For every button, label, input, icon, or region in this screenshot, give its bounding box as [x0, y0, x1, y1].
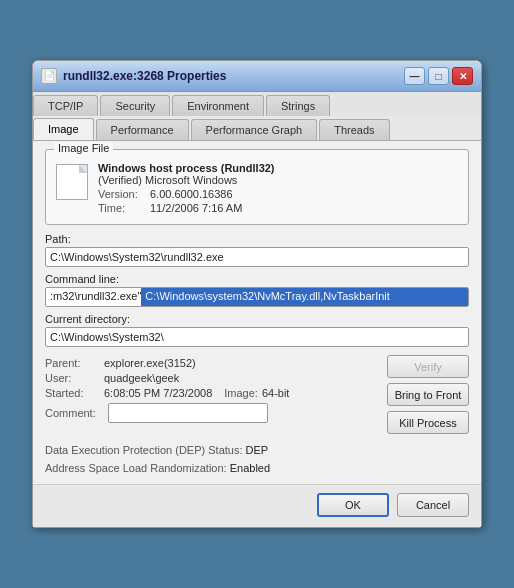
dep-value: DEP: [246, 444, 269, 456]
version-value: 6.00.6000.16386: [150, 188, 233, 200]
comment-row: Comment:: [45, 403, 387, 423]
time-value: 11/2/2006 7:16 AM: [150, 202, 242, 214]
title-bar-left: 📄 rundll32.exe:3268 Properties: [41, 68, 226, 84]
image-value: 64-bit: [262, 387, 290, 399]
verify-button[interactable]: Verify: [387, 355, 469, 378]
image-file-title: Image File: [54, 142, 113, 154]
user-value: quadgeek\geek: [104, 372, 179, 384]
path-input[interactable]: [45, 247, 469, 267]
content-area: Image File Windows host process (Rundll3…: [33, 141, 481, 484]
minimize-button[interactable]: —: [404, 67, 425, 85]
image-file-group: Image File Windows host process (Rundll3…: [45, 149, 469, 225]
aslr-value: Enabled: [230, 462, 270, 474]
command-line-label: Command line:: [45, 273, 469, 285]
main-window: 📄 rundll32.exe:3268 Properties — □ ✕ TCP…: [32, 60, 482, 528]
dep-row: Data Execution Protection (DEP) Status: …: [45, 444, 469, 456]
file-verified: (Verified) Microsoft Windows: [98, 174, 458, 186]
tab-row-1: TCP/IP Security Environment Strings: [33, 92, 481, 117]
current-dir-input[interactable]: [45, 327, 469, 347]
kill-process-button[interactable]: Kill Process: [387, 411, 469, 434]
image-file-row: Windows host process (Rundll32) (Verifie…: [56, 158, 458, 214]
started-value: 6:08:05 PM 7/23/2008: [104, 387, 212, 399]
file-icon: [56, 164, 88, 200]
comment-input[interactable]: [108, 403, 268, 423]
tab-tcpip[interactable]: TCP/IP: [33, 95, 98, 116]
user-row: User: quadgeek\geek: [45, 372, 387, 384]
window-icon: 📄: [41, 68, 57, 84]
tab-image[interactable]: Image: [33, 118, 94, 140]
version-row: Version: 6.00.6000.16386: [98, 188, 458, 200]
tab-row-2: Image Performance Performance Graph Thre…: [33, 116, 481, 141]
cmdline-part2: C:\Windows\system32\NvMcTray.dll,NvTaskb…: [141, 288, 468, 306]
version-label: Version:: [98, 188, 146, 200]
time-label: Time:: [98, 202, 146, 214]
cmdline-part1: :m32\rundll32.exe": [46, 288, 141, 306]
title-buttons: — □ ✕: [404, 67, 473, 85]
current-dir-label: Current directory:: [45, 313, 469, 325]
maximize-button[interactable]: □: [428, 67, 449, 85]
parent-label: Parent:: [45, 357, 100, 369]
aslr-row: Address Space Load Randomization: Enable…: [45, 462, 469, 474]
tab-environment[interactable]: Environment: [172, 95, 264, 116]
tab-performance-graph[interactable]: Performance Graph: [191, 119, 318, 140]
file-name: Windows host process (Rundll32): [98, 162, 458, 174]
title-bar: 📄 rundll32.exe:3268 Properties — □ ✕: [33, 61, 481, 92]
started-row: Started: 6:08:05 PM 7/23/2008 Image: 64-…: [45, 387, 387, 399]
bottom-buttons: OK Cancel: [33, 484, 481, 527]
tab-security[interactable]: Security: [100, 95, 170, 116]
ok-button[interactable]: OK: [317, 493, 389, 517]
file-info: Windows host process (Rundll32) (Verifie…: [98, 162, 458, 214]
path-label: Path:: [45, 233, 469, 245]
parent-row: Parent: explorer.exe(3152): [45, 357, 387, 369]
dep-label: Data Execution Protection (DEP) Status:: [45, 444, 242, 456]
tab-performance[interactable]: Performance: [96, 119, 189, 140]
cancel-button[interactable]: Cancel: [397, 493, 469, 517]
time-row: Time: 11/2/2006 7:16 AM: [98, 202, 458, 214]
started-label: Started:: [45, 387, 100, 399]
dep-section: Data Execution Protection (DEP) Status: …: [45, 444, 469, 474]
user-label: User:: [45, 372, 100, 384]
window-title: rundll32.exe:3268 Properties: [63, 69, 226, 83]
image-label: Image:: [224, 387, 258, 399]
command-line-wrapper[interactable]: :m32\rundll32.exe" C:\Windows\system32\N…: [45, 287, 469, 307]
action-buttons: Verify Bring to Front Kill Process: [387, 355, 469, 434]
comment-label: Comment:: [45, 407, 100, 419]
aslr-label: Address Space Load Randomization:: [45, 462, 227, 474]
close-button[interactable]: ✕: [452, 67, 473, 85]
bring-to-front-button[interactable]: Bring to Front: [387, 383, 469, 406]
tab-threads[interactable]: Threads: [319, 119, 389, 140]
tab-strings[interactable]: Strings: [266, 95, 330, 116]
parent-value: explorer.exe(3152): [104, 357, 196, 369]
info-section: Verify Bring to Front Kill Process Paren…: [45, 355, 469, 434]
